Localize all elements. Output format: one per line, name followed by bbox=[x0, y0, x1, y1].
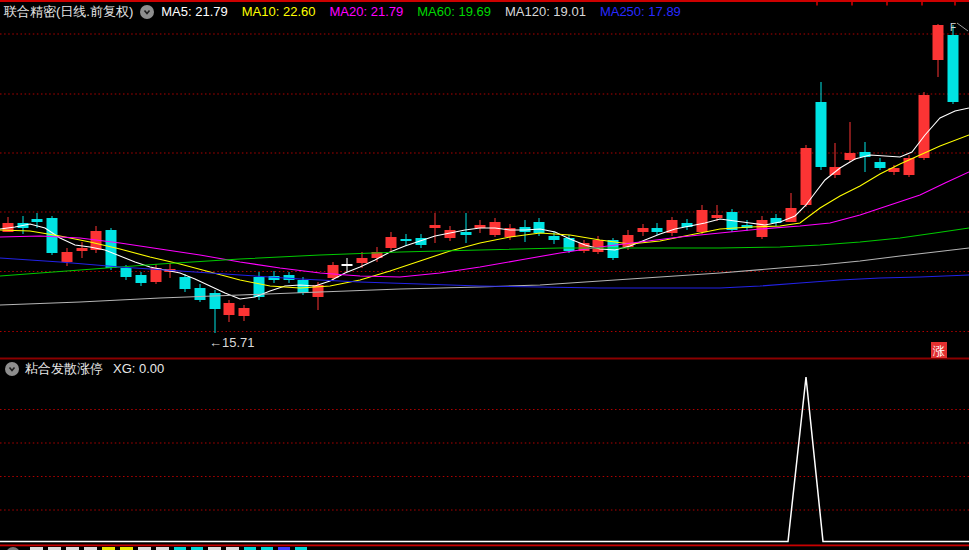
rise-badge-label: 涨 bbox=[932, 344, 945, 358]
next-panel-clipped-header bbox=[0, 546, 969, 550]
ma-label: MA5: 21.79 bbox=[161, 4, 228, 19]
ma-label: MA120: 19.01 bbox=[505, 4, 586, 19]
main-chart-header: 联合精密(日线.前复权) MA5: 21.79MA10: 22.60MA20: … bbox=[4, 3, 695, 20]
indicator-title: 粘合发散涨停 bbox=[25, 360, 103, 378]
ma-line-ma250 bbox=[0, 258, 969, 288]
stock-chart-canvas[interactable]: ←15.71F涨 bbox=[0, 0, 969, 550]
indicator-panel-header: 粘合发散涨停 XG: 0.00 bbox=[4, 360, 164, 377]
ma-label: MA10: 22.60 bbox=[242, 4, 316, 19]
panel-dividers bbox=[0, 358, 969, 547]
ma-label: MA20: 21.79 bbox=[330, 4, 404, 19]
xg-signal-line bbox=[0, 377, 969, 542]
ma-label: MA250: 17.89 bbox=[600, 4, 681, 19]
flag-marker-annotation: F bbox=[950, 22, 956, 33]
rise-badge: 涨 bbox=[931, 342, 947, 358]
ma-line-ma20 bbox=[0, 172, 969, 277]
ma-label: MA60: 19.69 bbox=[417, 4, 491, 19]
indicator-xg-value: XG: 0.00 bbox=[113, 361, 164, 376]
symbol-title: 联合精密(日线.前复权) bbox=[4, 3, 133, 21]
collapse-main-panel-icon[interactable] bbox=[140, 5, 154, 19]
low-price-annotation: ←15.71 bbox=[209, 335, 255, 350]
trading-app-window: ←15.71F涨 联合精密(日线.前复权) MA5: 21.79MA10: 22… bbox=[0, 0, 969, 550]
ma-readout: MA5: 21.79MA10: 22.60MA20: 21.79MA60: 19… bbox=[161, 4, 695, 19]
collapse-indicator-panel-icon[interactable] bbox=[5, 362, 19, 376]
